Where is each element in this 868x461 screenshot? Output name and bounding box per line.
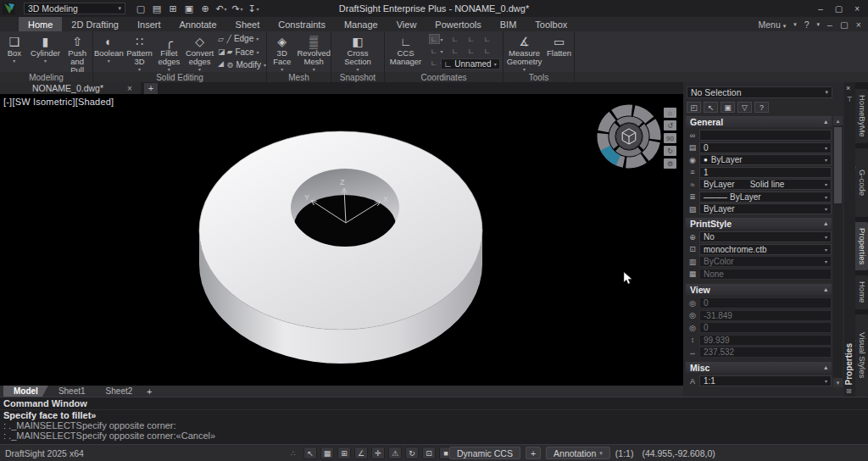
new-document-tab-button[interactable]: + bbox=[144, 83, 158, 94]
close-button[interactable]: × bbox=[854, 4, 860, 14]
rotate-cw-icon[interactable]: ↻ bbox=[664, 146, 676, 156]
collapse-icon[interactable]: ▴ bbox=[824, 220, 827, 227]
select-cursor-icon[interactable]: ↖ bbox=[704, 102, 718, 113]
menu-button[interactable]: Menu ▾ bbox=[759, 19, 787, 30]
palette-tab-homebyme[interactable]: HomeByMe bbox=[855, 89, 868, 143]
minimize-button[interactable]: – bbox=[818, 4, 823, 14]
tab-sheet[interactable]: Sheet bbox=[226, 17, 270, 31]
help-button[interactable]: ? bbox=[754, 102, 769, 113]
property-field[interactable]: No▾ bbox=[699, 231, 832, 242]
fillet-edges-button[interactable]: ╭Fillet edges▾ bbox=[154, 33, 183, 72]
measure-geometry-button[interactable]: ∡Measure Geometry▾ bbox=[504, 33, 545, 72]
edge-menu-button[interactable]: ╱Edge▾ bbox=[226, 34, 266, 43]
pattern-3d-button[interactable]: ∷Pattern 3D▾ bbox=[125, 33, 155, 72]
command-window[interactable]: Command Window Specify face to fillet»: … bbox=[0, 397, 868, 444]
tab-insert[interactable]: Insert bbox=[128, 17, 170, 31]
snap-icon[interactable]: ∴ bbox=[287, 447, 300, 459]
ccs-view-icon[interactable]: ∟ bbox=[429, 46, 440, 56]
collapse-icon[interactable]: ▴ bbox=[824, 286, 827, 293]
palette-pin-icon[interactable]: ⊤ bbox=[847, 96, 853, 103]
workspace-dropdown[interactable]: 3D Modeling ▾ bbox=[24, 3, 125, 14]
annotation-monitor-icon[interactable]: ⚠ bbox=[388, 447, 402, 459]
tab-2d-drafting[interactable]: 2D Drafting bbox=[62, 17, 128, 31]
ccs-3point-icon[interactable]: ∟ bbox=[429, 58, 440, 68]
select-entities-icon[interactable]: ◰ bbox=[687, 102, 701, 113]
palette-scrollbar[interactable]: ▲ ▼ bbox=[833, 116, 843, 387]
named-ccs-dropdown[interactable]: ∟Unnamed▾ bbox=[441, 58, 500, 69]
add-scale-button[interactable]: + bbox=[526, 447, 541, 459]
shell-icon[interactable]: ◪ bbox=[218, 47, 225, 58]
rotate-90-button[interactable]: 90 bbox=[664, 133, 676, 143]
tab-powertools[interactable]: Powertools bbox=[426, 17, 490, 31]
home-view-icon[interactable]: ⌂ bbox=[664, 108, 676, 118]
sheet-tab-model[interactable]: Model bbox=[3, 386, 48, 397]
dynamic-input-icon[interactable]: ↻ bbox=[405, 447, 419, 459]
ribbon-close-button[interactable]: × bbox=[856, 19, 861, 30]
tab-manage[interactable]: Manage bbox=[335, 17, 387, 31]
palette-tab-properties[interactable]: Properties bbox=[855, 222, 868, 270]
section-header-printstyle[interactable]: PrintStyle▴ bbox=[686, 218, 832, 229]
cross-section-button[interactable]: ◧Cross Section▾ bbox=[339, 33, 376, 72]
tab-home[interactable]: Home bbox=[19, 17, 62, 31]
tab-constraints[interactable]: Constraints bbox=[269, 17, 335, 31]
property-field[interactable]: ByLayerSolid line▾ bbox=[699, 179, 832, 190]
property-field[interactable]: 1 bbox=[699, 167, 832, 178]
modify-menu-button[interactable]: ⚙Modify▾ bbox=[226, 60, 266, 69]
ccs-world-icon[interactable]: ∟ bbox=[429, 34, 440, 44]
ccs-x-axis-icon[interactable]: ∟ bbox=[450, 46, 461, 56]
property-field[interactable]: ●ByLayer▾ bbox=[699, 154, 832, 165]
ccs-previous-icon[interactable]: ∟ bbox=[450, 34, 461, 44]
face-menu-button[interactable]: ▰Face▾ bbox=[226, 47, 266, 57]
ccs-origin-icon[interactable]: ∟ bbox=[466, 34, 477, 44]
chevron-down-icon[interactable]: ▾ bbox=[793, 21, 797, 28]
tab-view[interactable]: View bbox=[387, 17, 426, 31]
ccs-z-axis-icon[interactable]: ∟ bbox=[482, 46, 493, 56]
property-field[interactable] bbox=[699, 130, 832, 141]
box-button[interactable]: ❑Box▾ bbox=[0, 33, 29, 64]
tab-bim[interactable]: BIM bbox=[491, 17, 526, 31]
ccs-y-axis-icon[interactable]: ∟ bbox=[466, 46, 477, 56]
property-field[interactable]: monochrome.ctb▾ bbox=[699, 244, 832, 255]
scroll-down-icon[interactable]: ▼ bbox=[833, 378, 843, 387]
collapse-icon[interactable]: ▴ bbox=[824, 364, 827, 371]
revolved-mesh-button[interactable]: ▒Revolved Mesh▾ bbox=[297, 33, 331, 72]
close-icon[interactable]: × bbox=[127, 84, 132, 93]
polar-icon[interactable]: ∠ bbox=[354, 447, 368, 459]
save-icon[interactable]: ▣ bbox=[182, 2, 196, 15]
boolean-button[interactable]: ◐Boolean▾ bbox=[93, 33, 125, 64]
copy-face-icon[interactable]: ▱ bbox=[218, 34, 225, 45]
dynamic-ccs-button[interactable]: Dynamic CCS bbox=[449, 447, 520, 459]
property-field[interactable]: ByLayer▾ bbox=[699, 203, 832, 214]
sheet-tab-sheet1[interactable]: Sheet1 bbox=[48, 386, 96, 397]
grid-icon[interactable]: ▦ bbox=[320, 447, 334, 459]
scroll-up-icon[interactable]: ▲ bbox=[833, 116, 843, 125]
section-header-general[interactable]: General▴ bbox=[686, 116, 832, 127]
annotation-scale-dropdown[interactable]: Annotation▾ bbox=[546, 447, 610, 459]
document-tab[interactable]: NONAME_0.dwg*× bbox=[0, 82, 141, 94]
palette-tab-g-code-generator[interactable]: G-code Generator bbox=[855, 148, 868, 218]
flatten-button[interactable]: ▭Flatten bbox=[545, 33, 574, 58]
sheet-tab-sheet2[interactable]: Sheet2 bbox=[96, 386, 143, 397]
property-field[interactable]: 0▾ bbox=[699, 142, 832, 153]
ribbon-minimize-button[interactable]: – bbox=[827, 19, 832, 30]
save-as-icon[interactable]: ⊞ bbox=[166, 2, 180, 15]
palette-options-icon[interactable]: ⊞ bbox=[846, 387, 852, 395]
entity-snap-icon[interactable]: ↖ bbox=[303, 447, 317, 459]
selection-dropdown[interactable]: No Selection ▾ bbox=[687, 86, 832, 98]
rotate-ccw-icon[interactable]: ↺ bbox=[664, 120, 676, 131]
ortho-icon[interactable]: ⊞ bbox=[337, 447, 351, 459]
section-header-view[interactable]: View▴ bbox=[686, 284, 832, 295]
tab-toolbox[interactable]: Toolbox bbox=[526, 17, 576, 31]
palette-close-icon[interactable]: × bbox=[846, 84, 850, 92]
help-button[interactable]: ? bbox=[804, 19, 810, 30]
convert-edges-button[interactable]: ◇Convert edges▾ bbox=[183, 33, 216, 72]
selection-filter-icon[interactable]: ▽ bbox=[737, 102, 752, 113]
undo-icon[interactable]: ↶▾ bbox=[214, 2, 228, 15]
ccs-entity-icon[interactable]: ∟ bbox=[482, 34, 493, 44]
palette-tab-visual-styles-manager[interactable]: Visual Styles Manager bbox=[855, 314, 868, 397]
ccs-manager-button[interactable]: ∟CCS Manager bbox=[387, 33, 426, 66]
new-file-icon[interactable]: ▢ bbox=[134, 2, 147, 15]
publish-icon[interactable]: ⊕ bbox=[198, 2, 212, 15]
property-field[interactable]: ———ByLayer▾ bbox=[699, 192, 832, 203]
view-navigation-wheel[interactable] bbox=[595, 103, 663, 170]
